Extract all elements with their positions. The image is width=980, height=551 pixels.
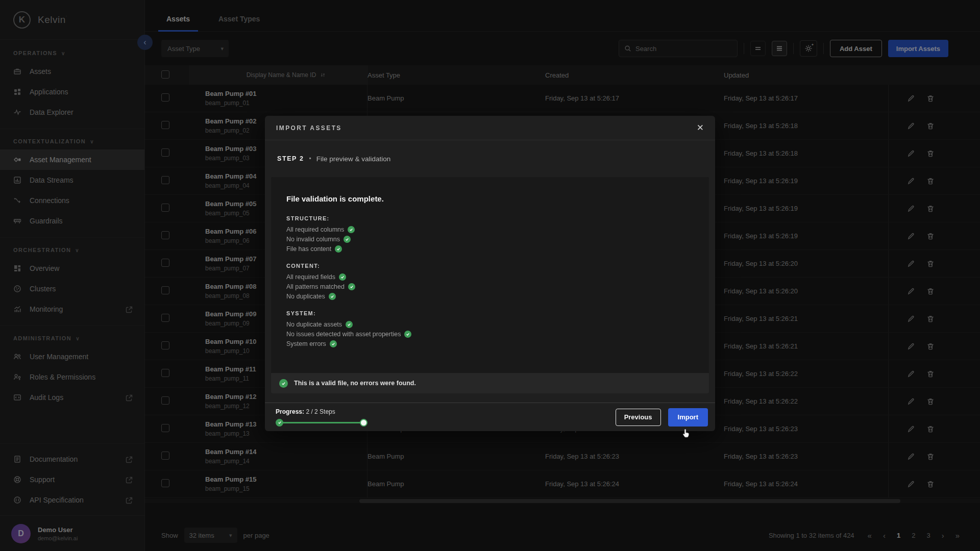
- import-button[interactable]: Import: [668, 408, 708, 427]
- validation-item-text: All patterns matched: [286, 283, 345, 290]
- modal-title: IMPORT ASSETS: [276, 124, 342, 132]
- modal-step-bar: STEP 2 • File preview & validation: [265, 140, 715, 177]
- validation-item: All required columns: [286, 226, 694, 233]
- validation-item: All required fields: [286, 273, 694, 281]
- progress-label: Progress:: [276, 408, 304, 415]
- validation-item: No duplicates: [286, 293, 694, 300]
- step-label: STEP 2: [277, 155, 304, 162]
- validation-item: No duplicate assets: [286, 321, 694, 328]
- validation-item-text: No invalid columns: [286, 236, 340, 243]
- validation-item-text: No duplicate assets: [286, 321, 342, 328]
- check-circle-icon: [348, 283, 355, 290]
- check-circle-icon: [346, 321, 353, 328]
- check-circle-icon: [335, 245, 342, 253]
- validation-item: All patterns matched: [286, 283, 694, 290]
- check-circle-icon: [404, 331, 411, 338]
- check-circle-icon: [279, 379, 288, 388]
- validation-content: File validation is complete. STRUCTURE:A…: [271, 177, 709, 373]
- modal-buttons: Previous Import: [616, 408, 708, 427]
- check-circle-icon: [329, 293, 336, 300]
- validation-groups: STRUCTURE:All required columnsNo invalid…: [286, 215, 694, 347]
- validation-item-text: All required fields: [286, 273, 335, 281]
- progress-block: Progress: 2 / 2 Steps: [276, 408, 368, 427]
- validation-panel: File validation is complete. STRUCTURE:A…: [271, 177, 709, 393]
- validation-item: No invalid columns: [286, 236, 694, 243]
- check-circle-icon: [339, 273, 346, 281]
- progress-track: [276, 419, 368, 427]
- progress-step2-node: [360, 419, 368, 427]
- check-circle-icon: [348, 226, 355, 233]
- step-separator: •: [309, 155, 311, 162]
- validation-result-bar: This is a valid file, no errors were fou…: [271, 373, 709, 393]
- close-icon[interactable]: ✕: [697, 122, 704, 133]
- modal-footer: Progress: 2 / 2 Steps Previous Import: [265, 403, 715, 431]
- app-root: K Kelvin˙ OPERATIONS∨AssetsApplicationsD…: [0, 0, 980, 551]
- validation-item-text: File has content: [286, 245, 331, 253]
- validation-title: File validation is complete.: [286, 194, 694, 203]
- modal-header: IMPORT ASSETS ✕: [265, 116, 715, 140]
- progress-step1-node: [276, 419, 283, 427]
- validation-group-structure: STRUCTURE:All required columnsNo invalid…: [286, 215, 694, 253]
- progress-value: 2 / 2 Steps: [306, 408, 335, 415]
- validation-group-system: SYSTEM:No duplicate assetsNo issues dete…: [286, 310, 694, 347]
- validation-item: System errors: [286, 340, 694, 347]
- validation-item-text: No duplicates: [286, 293, 325, 300]
- mouse-cursor: [681, 428, 692, 438]
- validation-result-message: This is a valid file, no errors were fou…: [294, 380, 416, 387]
- modal-body: File validation is complete. STRUCTURE:A…: [265, 177, 715, 393]
- progress-label-row: Progress: 2 / 2 Steps: [276, 408, 368, 415]
- validation-group-label: STRUCTURE:: [286, 215, 694, 221]
- validation-item-text: System errors: [286, 340, 326, 347]
- previous-button[interactable]: Previous: [616, 409, 661, 426]
- step-description: File preview & validation: [316, 155, 391, 163]
- check-circle-icon: [344, 236, 351, 243]
- import-assets-modal: IMPORT ASSETS ✕ STEP 2 • File preview & …: [265, 116, 715, 431]
- progress-line: [279, 422, 364, 423]
- validation-group-content: CONTENT:All required fieldsAll patterns …: [286, 263, 694, 300]
- validation-group-label: CONTENT:: [286, 263, 694, 269]
- validation-item-text: All required columns: [286, 226, 344, 233]
- validation-item: No issues detected with asset properties: [286, 331, 694, 338]
- check-circle-icon: [330, 340, 337, 347]
- validation-item-text: No issues detected with asset properties: [286, 331, 401, 338]
- validation-item: File has content: [286, 245, 694, 253]
- validation-group-label: SYSTEM:: [286, 310, 694, 316]
